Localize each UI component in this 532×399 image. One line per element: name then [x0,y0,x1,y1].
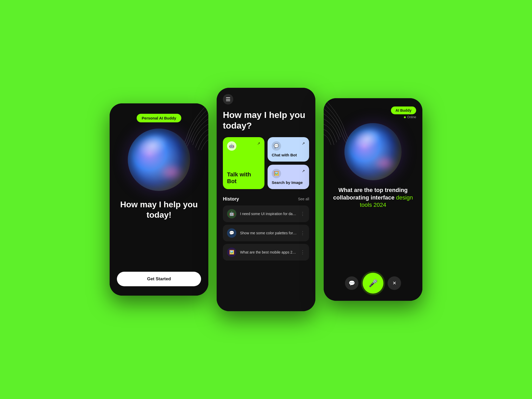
talk-bot-arrow: ↗ [257,141,260,145]
search-image-label: Search by Image [272,180,305,185]
chat-bot-arrow: ↗ [302,141,305,145]
menu-line-1 [226,97,230,98]
history-avatar-2: 💬 [227,228,236,238]
search-image-icon: 🖼️ [272,169,281,178]
phone-1-heading: How may I help you today! [117,199,201,220]
chat-bot-label: Chat with Bot [272,153,305,157]
online-text: Online [407,115,416,119]
ai-orb-3 [344,123,402,180]
talk-bot-icon: 🤖 [227,141,236,151]
ai-buddy-badge: AI Buddy [391,107,416,114]
personal-ai-badge: Personal AI Buddy [137,114,182,122]
talk-bot-label: Talk withBot [227,171,260,185]
phone-1: Personal AI Buddy How may I help you tod… [110,103,208,296]
card-icon-row-1: 🤖 ↗ [227,141,260,151]
close-control-button[interactable]: ✕ [388,276,401,290]
orb-metallic-overlay [128,129,190,191]
search-image-arrow: ↗ [302,169,305,173]
history-item-2[interactable]: 💬 Show me some color palettes for AI... … [223,225,309,241]
history-header: History See all [223,196,309,202]
mic-icon: 🎤 [369,279,378,288]
online-status: Online [404,115,416,119]
mic-control-button[interactable]: 🎤 [363,273,383,294]
phone-2-content: How may I help you today? 🤖 ↗ Talk withB… [217,88,315,311]
history-avatar-1: 🤖 [227,209,236,218]
phone-3-header: AI Buddy Online [330,107,416,119]
history-text-2: Show me some color palettes for AI... [240,231,297,235]
menu-line-3 [226,101,230,101]
chat-control-icon: 💬 [349,280,355,286]
phone-3-question: What are the top trending collaborating … [330,187,416,209]
bottom-controls: 💬 🎤 ✕ [345,273,401,294]
chat-with-bot-card[interactable]: 💬 ↗ Chat with Bot [268,137,309,162]
orb-sphere-1 [128,129,190,191]
menu-line-2 [226,99,230,99]
history-avatar-3: 🖼️ [227,248,236,257]
orb-metallic-overlay-3 [344,123,402,180]
history-dots-3[interactable]: ⋮ [300,249,305,255]
history-title: History [223,196,239,202]
history-text-1: I need some UI inspiration for dark... [240,212,297,216]
online-dot [404,116,406,118]
card-icon-row-3: 🖼️ ↗ [272,169,305,178]
history-dots-1[interactable]: ⋮ [300,211,305,217]
phone-3-content: AI Buddy Online What are the top trendin… [324,98,422,301]
search-by-image-card[interactable]: 🖼️ ↗ Search by Image [268,165,309,189]
ai-orb-1 [128,129,190,191]
phone-3: AI Buddy Online What are the top trendin… [324,98,422,301]
phone-1-content: Personal AI Buddy How may I help you tod… [110,103,208,296]
history-text-3: What are the best mobile apps 2023... [240,250,297,254]
card-icon-row-2: 💬 ↗ [272,141,305,151]
history-item-3[interactable]: 🖼️ What are the best mobile apps 2023...… [223,244,309,261]
main-heading: How may I help you today? [223,110,309,131]
menu-button[interactable] [223,94,233,104]
history-item-1[interactable]: 🤖 I need some UI inspiration for dark...… [223,205,309,222]
action-grid: 🤖 ↗ Talk withBot 💬 ↗ Chat with Bot 🖼️ ↗ [223,137,309,189]
close-icon: ✕ [393,280,396,286]
chat-bot-icon: 💬 [272,141,281,151]
orb-sphere-3 [344,123,402,180]
chat-control-button[interactable]: 💬 [345,276,358,290]
talk-with-bot-card[interactable]: 🤖 ↗ Talk withBot [223,137,264,189]
get-started-button[interactable]: Get Started [117,272,201,286]
see-all-link[interactable]: See all [298,197,309,201]
history-dots-2[interactable]: ⋮ [300,230,305,236]
phone-2: How may I help you today? 🤖 ↗ Talk withB… [217,88,315,311]
